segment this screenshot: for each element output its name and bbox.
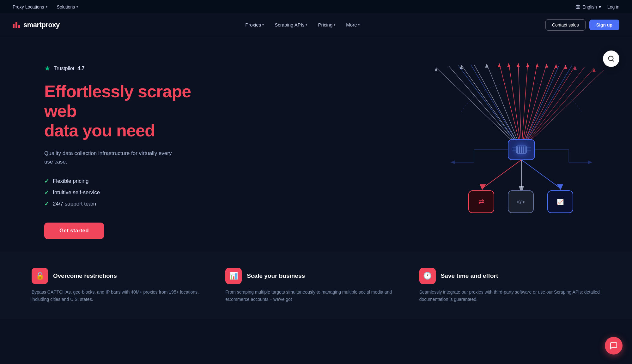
top-bar: Proxy Locations ▾ Solutions ▾ English ▾ …: [0, 0, 632, 14]
nav-actions: Contact sales Sign up: [545, 19, 619, 31]
feature-item-3: ✓ 24/7 support team: [44, 200, 228, 207]
svg-marker-27: [517, 63, 520, 67]
feature-card-time: 🕐 Save time and effort Seamlessly integr…: [419, 268, 600, 303]
logo-bar-1: [13, 24, 15, 28]
feature-card-header: 🕐 Save time and effort: [419, 268, 600, 284]
search-icon: [608, 55, 615, 62]
hero-section: ★ Trustpilot 4.7 Effortlessly scrape web…: [0, 36, 632, 252]
check-icon: ✓: [44, 200, 49, 207]
top-bar-left: Proxy Locations ▾ Solutions ▾: [13, 4, 78, 9]
trustpilot-badge: ★ Trustpilot 4.7: [44, 64, 228, 73]
svg-line-19: [471, 65, 521, 150]
nav-links: Proxies ▾ Scraping APIs ▾ Pricing ▾ More…: [241, 20, 364, 30]
svg-marker-54: [557, 184, 563, 190]
svg-marker-26: [507, 63, 510, 67]
trustpilot-star-icon: ★: [44, 64, 51, 73]
get-started-button[interactable]: Get started: [44, 223, 104, 239]
svg-marker-28: [526, 63, 529, 67]
chevron-down-icon: ▾: [46, 5, 47, 9]
svg-line-8: [518, 63, 521, 150]
features-strip: 🔓 Overcome restrictions Bypass CAPTCHAs,…: [0, 252, 632, 319]
nav-pricing[interactable]: Pricing ▾: [313, 20, 340, 30]
bar-chart-icon: 📊: [225, 268, 242, 284]
svg-line-5: [487, 64, 521, 150]
chevron-down-icon: ▾: [599, 4, 601, 9]
svg-text:</>: </>: [517, 199, 525, 205]
main-nav: smartproxy Proxies ▾ Scraping APIs ▾ Pri…: [0, 14, 632, 36]
nav-proxies[interactable]: Proxies ▾: [241, 20, 268, 30]
svg-marker-62: [588, 160, 592, 164]
feature-card-restrictions: 🔓 Overcome restrictions Bypass CAPTCHAs,…: [32, 268, 213, 303]
chevron-down-icon: ▾: [306, 23, 307, 27]
svg-marker-50: [480, 184, 486, 190]
feature-list: ✓ Flexible pricing ✓ Intuitive self-serv…: [44, 178, 228, 207]
svg-marker-22: [434, 68, 438, 71]
svg-line-53: [521, 160, 559, 188]
check-icon: ✓: [44, 178, 49, 185]
svg-text:⇄: ⇄: [478, 198, 484, 206]
top-bar-solutions[interactable]: Solutions ▾: [57, 4, 78, 9]
svg-marker-30: [545, 64, 548, 68]
svg-line-18: [458, 65, 521, 150]
feature-card-header: 📊 Scale your business: [225, 268, 406, 284]
logo[interactable]: smartproxy: [13, 21, 60, 29]
clock-icon: 🕐: [419, 268, 436, 284]
svg-text:📈: 📈: [557, 199, 564, 206]
svg-marker-29: [536, 63, 539, 67]
chevron-down-icon: ▾: [334, 23, 335, 27]
hero-title: Effortlessly scrape web data you need: [44, 81, 228, 140]
funnel-visualization: ⇄ </> 📈: [411, 49, 632, 251]
svg-marker-31: [555, 64, 558, 68]
svg-line-1: [436, 68, 521, 150]
language-selector[interactable]: English ▾: [575, 4, 601, 9]
hero-visual: ⇄ </> 📈: [411, 49, 632, 251]
translate-icon: [575, 4, 580, 9]
logo-bar-2: [15, 22, 17, 28]
svg-line-70: [612, 60, 614, 61]
svg-line-3: [461, 65, 521, 150]
feature-card-scale: 📊 Scale your business From scraping mult…: [225, 268, 406, 303]
svg-marker-25: [498, 63, 501, 67]
chevron-down-icon: ▾: [76, 5, 78, 9]
search-button[interactable]: [603, 51, 619, 67]
contact-sales-button[interactable]: Contact sales: [545, 19, 586, 31]
nav-scraping-apis[interactable]: Scraping APIs ▾: [270, 20, 312, 30]
chevron-down-icon: ▾: [358, 23, 360, 27]
svg-marker-24: [485, 64, 488, 68]
feature-card-header: 🔓 Overcome restrictions: [32, 268, 213, 284]
logo-bar-3: [18, 25, 20, 28]
svg-point-69: [609, 56, 613, 61]
lock-icon: 🔓: [32, 268, 48, 284]
chevron-down-icon: ▾: [262, 23, 264, 27]
svg-line-11: [521, 64, 547, 150]
feature-item-1: ✓ Flexible pricing: [44, 178, 228, 185]
logo-text: smartproxy: [23, 21, 60, 29]
svg-line-14: [521, 66, 575, 150]
svg-marker-23: [460, 65, 463, 69]
svg-line-49: [483, 160, 521, 188]
svg-marker-34: [592, 68, 596, 72]
signup-button[interactable]: Sign up: [589, 20, 619, 30]
login-link[interactable]: Log in: [607, 4, 619, 9]
hero-content: ★ Trustpilot 4.7 Effortlessly scrape web…: [44, 58, 228, 239]
svg-line-4: [474, 64, 521, 150]
svg-marker-61: [450, 160, 455, 164]
check-icon: ✓: [44, 189, 49, 196]
nav-more[interactable]: More ▾: [342, 20, 364, 30]
top-bar-proxy-locations[interactable]: Proxy Locations ▾: [13, 4, 47, 9]
svg-line-7: [509, 63, 521, 150]
logo-icon: [13, 22, 20, 28]
top-bar-right: English ▾ Log in: [575, 4, 619, 9]
hero-subtitle: Quality data collection infrastructure f…: [44, 149, 180, 166]
feature-item-2: ✓ Intuitive self-service: [44, 189, 228, 196]
